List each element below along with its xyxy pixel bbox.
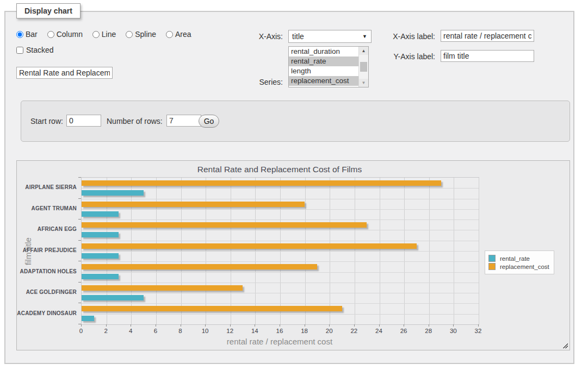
- x-tick-mark: [429, 324, 429, 327]
- y-axis-label-input[interactable]: [441, 50, 534, 62]
- x-tick-mark: [404, 324, 404, 327]
- chart-type-option-area[interactable]: Area: [166, 30, 191, 39]
- x-tick-label: 24: [368, 328, 390, 334]
- gridline-horizontal: [82, 220, 479, 220]
- bar-replacement-cost: [82, 202, 305, 207]
- y-tick-mark: [78, 303, 81, 303]
- x-axis-select-value: title: [292, 32, 304, 41]
- fieldset-legend: Display chart: [16, 3, 81, 18]
- bar-rental-rate: [82, 253, 119, 259]
- x-tick-label: 0: [70, 328, 92, 334]
- chart-type-option-column[interactable]: Column: [47, 30, 83, 39]
- gridline-horizontal: [82, 283, 479, 283]
- chart-title: Rental Rate and Replacement Cost of Film…: [81, 165, 478, 174]
- y-tick-mark: [78, 282, 81, 283]
- legend-label: rental_rate: [500, 255, 530, 262]
- num-rows-input[interactable]: [166, 115, 201, 127]
- x-tick-label: 20: [318, 328, 340, 334]
- x-tick-mark: [81, 324, 82, 327]
- chevron-down-icon: ▼: [362, 34, 367, 39]
- chart-type-radio-area[interactable]: [166, 31, 173, 38]
- chart-type-option-spline[interactable]: Spline: [126, 30, 156, 39]
- bar-replacement-cost: [82, 306, 342, 311]
- legend-label: replacement_cost: [500, 264, 549, 270]
- gridline-horizontal: [82, 261, 479, 262]
- bar-replacement-cost: [82, 264, 317, 269]
- x-tick-label: 28: [418, 328, 440, 334]
- chart-type-option-bar[interactable]: Bar: [16, 30, 38, 39]
- series-option-replacement-cost[interactable]: replacement_cost: [289, 76, 359, 86]
- bar-rental-rate: [82, 316, 94, 321]
- y-tick-mark: [78, 240, 81, 241]
- chart-container: Rental Rate and Replacement Cost of Film…: [16, 160, 570, 350]
- series-select-label: Series:: [245, 78, 283, 86]
- stacked-option[interactable]: Stacked: [16, 46, 54, 54]
- x-tick-mark: [106, 324, 107, 327]
- scrollbar-thumb[interactable]: [360, 62, 367, 72]
- chart-type-radio-column[interactable]: [47, 31, 54, 38]
- chart-type-label-area: Area: [175, 30, 191, 39]
- gridline-horizontal: [82, 251, 479, 252]
- y-tick-mark: [78, 324, 81, 324]
- chart-type-label-line: Line: [102, 30, 116, 39]
- y-category-label: AFFAIR PREJUDICE: [17, 247, 77, 253]
- y-category-label: AIRPLANE SIERRA: [17, 184, 77, 190]
- x-tick-label: 4: [120, 328, 141, 334]
- x-tick-label: 22: [343, 328, 365, 334]
- page: Display chart Bar Column Line Spline Are…: [0, 0, 588, 370]
- series-scrollbar[interactable]: ▲ ▼: [358, 47, 368, 87]
- x-axis-title: rental rate / replacement cost: [81, 337, 478, 346]
- x-tick-label: 10: [194, 328, 216, 334]
- x-tick-mark: [181, 324, 181, 327]
- display-chart-fieldset: Bar Column Line Spline Area Stacked X-Ax…: [4, 11, 574, 364]
- y-category-label: AGENT TRUMAN: [17, 205, 77, 211]
- chart-title-input[interactable]: [16, 67, 113, 79]
- bar-replacement-cost: [82, 180, 441, 186]
- series-option-rental-duration[interactable]: rental_duration: [289, 47, 359, 57]
- scroll-down-icon[interactable]: ▼: [359, 79, 368, 87]
- x-tick-mark: [453, 324, 454, 327]
- x-axis-label-input[interactable]: [441, 30, 534, 42]
- x-tick-mark: [131, 324, 131, 327]
- start-row-input[interactable]: [66, 115, 101, 127]
- chart-type-label-column: Column: [57, 30, 83, 39]
- y-category-label: AFRICAN EGG: [17, 226, 77, 232]
- x-axis-select-label: X-Axis:: [245, 32, 283, 41]
- x-tick-label: 18: [294, 328, 315, 334]
- bar-rental-rate: [82, 274, 119, 279]
- y-category-label: ACADEMY DINOSAUR: [17, 310, 77, 316]
- x-tick-label: 26: [393, 328, 414, 334]
- chart-type-label-spline: Spline: [135, 30, 156, 39]
- chart-type-radio-spline[interactable]: [126, 31, 133, 38]
- x-tick-mark: [329, 324, 330, 327]
- legend-item: rental_rate: [488, 255, 549, 262]
- chart-type-radio-group: Bar Column Line Spline Area: [16, 30, 199, 39]
- stacked-row: Stacked: [16, 46, 54, 54]
- x-tick-mark: [205, 324, 206, 327]
- resize-handle-icon[interactable]: [562, 342, 568, 348]
- scroll-up-icon[interactable]: ▲: [359, 47, 368, 55]
- series-option-length[interactable]: length: [289, 66, 359, 76]
- chart-type-option-line[interactable]: Line: [92, 30, 116, 39]
- x-tick-mark: [478, 324, 479, 327]
- y-category-label: ADAPTATION HOLES: [17, 268, 77, 274]
- series-option-rental-rate[interactable]: rental_rate: [289, 57, 359, 66]
- x-tick-mark: [379, 324, 380, 327]
- go-button[interactable]: Go: [199, 115, 219, 128]
- gridline-horizontal: [82, 272, 479, 273]
- chart-type-label-bar: Bar: [26, 30, 38, 39]
- num-rows-label: Number of rows:: [107, 117, 163, 126]
- chart-type-radio-bar[interactable]: [16, 31, 23, 38]
- stacked-checkbox[interactable]: [16, 47, 23, 54]
- series-multiselect[interactable]: rental_durationrental_ratelengthreplacem…: [288, 46, 369, 87]
- y-category-label: ACE GOLDFINGER: [17, 289, 77, 295]
- chart-type-radio-line[interactable]: [92, 31, 100, 38]
- bar-replacement-cost: [82, 285, 243, 291]
- gridline-horizontal: [82, 230, 479, 230]
- series-option-list: rental_durationrental_ratelengthreplacem…: [289, 47, 359, 86]
- x-tick-mark: [230, 324, 231, 327]
- gridline-horizontal: [82, 303, 479, 304]
- x-axis-select[interactable]: title ▼: [288, 30, 372, 43]
- x-tick-label: 8: [170, 328, 191, 334]
- plot-area: [81, 177, 479, 325]
